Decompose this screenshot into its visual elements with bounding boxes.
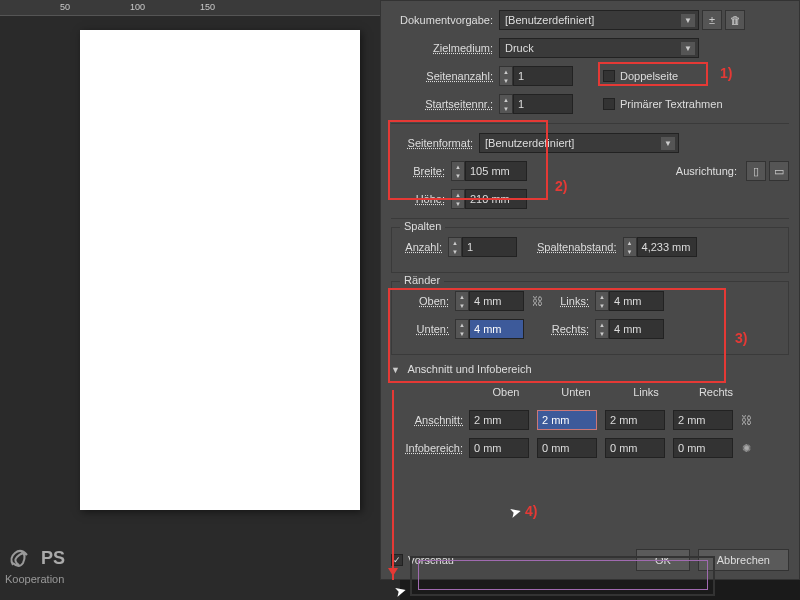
pages-label: Seitenanzahl:: [391, 70, 499, 82]
margin-left-label: Links:: [550, 295, 595, 307]
margin-left-input[interactable]: 4 mm: [609, 291, 664, 311]
annotation-arrow: [392, 390, 394, 580]
delete-preset-icon[interactable]: 🗑: [725, 10, 745, 30]
bleed-section-title: Anschnitt und Infobereich: [407, 363, 531, 375]
result-doc-margins: [418, 560, 708, 590]
columns-fieldset: Spalten Anzahl: ▲▼ 1 Spaltenabstand: ▲▼ …: [391, 227, 789, 273]
document-page: [80, 30, 360, 510]
new-document-dialog: Dokumentvorgabe: [Benutzerdefiniert] ± 🗑…: [380, 0, 800, 580]
column-count-label: Anzahl:: [400, 241, 448, 253]
height-input[interactable]: 210 mm: [465, 189, 527, 209]
disclosure-triangle-icon[interactable]: ▼: [391, 365, 400, 375]
preset-label: Dokumentvorgabe:: [391, 14, 499, 26]
pages-spinner[interactable]: ▲▼: [499, 66, 513, 86]
brand-logo: PS Kooperation: [5, 543, 65, 585]
intent-dropdown[interactable]: Druck: [499, 38, 699, 58]
slug-right-input[interactable]: 0 mm: [673, 438, 733, 458]
column-count-input[interactable]: 1: [462, 237, 517, 257]
margin-top-label: Oben:: [400, 295, 455, 307]
margin-top-input[interactable]: 4 mm: [469, 291, 524, 311]
facing-pages-checkbox[interactable]: [603, 70, 615, 82]
bleed-left-input[interactable]: 2 mm: [605, 410, 665, 430]
orientation-landscape-icon[interactable]: ▭: [769, 161, 789, 181]
height-label: Höhe:: [391, 193, 451, 205]
margin-right-input[interactable]: 4 mm: [609, 319, 664, 339]
pagesize-dropdown[interactable]: [Benutzerdefiniert]: [479, 133, 679, 153]
save-preset-icon[interactable]: ±: [702, 10, 722, 30]
slug-bottom-input[interactable]: 0 mm: [537, 438, 597, 458]
slug-top-input[interactable]: 0 mm: [469, 438, 529, 458]
primary-textframe-label: Primärer Textrahmen: [620, 98, 723, 110]
orientation-label: Ausrichtung:: [676, 165, 743, 177]
width-spinner[interactable]: ▲▼: [451, 161, 465, 181]
width-label: Breite:: [391, 165, 451, 177]
annotation-1-label: 1): [720, 65, 732, 81]
annotation-2-label: 2): [555, 178, 567, 194]
pagesize-label: Seitenformat:: [391, 137, 479, 149]
link-margins-icon[interactable]: ⛓: [530, 291, 544, 311]
bleed-top-input[interactable]: 2 mm: [469, 410, 529, 430]
orientation-portrait-icon[interactable]: ▯: [746, 161, 766, 181]
slug-label: Infobereich:: [391, 442, 469, 454]
annotation-3-label: 3): [735, 330, 747, 346]
annotation-4-label: 4): [525, 503, 537, 519]
margin-right-label: Rechts:: [550, 323, 595, 335]
startpage-spinner[interactable]: ▲▼: [499, 94, 513, 114]
slug-left-input[interactable]: 0 mm: [605, 438, 665, 458]
gutter-spinner[interactable]: ▲▼: [623, 237, 637, 257]
link-bleed-icon[interactable]: ⛓: [739, 410, 753, 430]
height-spinner[interactable]: ▲▼: [451, 189, 465, 209]
startpage-input[interactable]: 1: [513, 94, 573, 114]
gutter-input[interactable]: 4,233 mm: [637, 237, 697, 257]
cursor-icon: ➤: [393, 582, 409, 600]
pages-input[interactable]: 1: [513, 66, 573, 86]
width-input[interactable]: 105 mm: [465, 161, 527, 181]
startpage-label: Startseitennr.:: [391, 98, 499, 110]
margin-bottom-input[interactable]: 4 mm: [469, 319, 524, 339]
bleed-bottom-input[interactable]: 2 mm: [537, 410, 597, 430]
ruler-horizontal: 50 100 150: [0, 0, 400, 16]
gutter-label: Spaltenabstand:: [537, 241, 623, 253]
margins-fieldset: Ränder Oben: ▲▼ 4 mm ⛓ Links: ▲▼ 4 mm Un…: [391, 281, 789, 355]
preset-dropdown[interactable]: [Benutzerdefiniert]: [499, 10, 699, 30]
bleed-right-input[interactable]: 2 mm: [673, 410, 733, 430]
column-count-spinner[interactable]: ▲▼: [448, 237, 462, 257]
primary-textframe-checkbox[interactable]: [603, 98, 615, 110]
bleed-label: Anschnitt:: [391, 414, 469, 426]
canvas-area: 50 100 150 PS Kooperation: [0, 0, 400, 600]
link-slug-icon[interactable]: ✺: [739, 438, 753, 458]
facing-pages-label: Doppelseite: [620, 70, 678, 82]
intent-label: Zielmedium:: [391, 42, 499, 54]
margin-bottom-label: Unten:: [400, 323, 455, 335]
